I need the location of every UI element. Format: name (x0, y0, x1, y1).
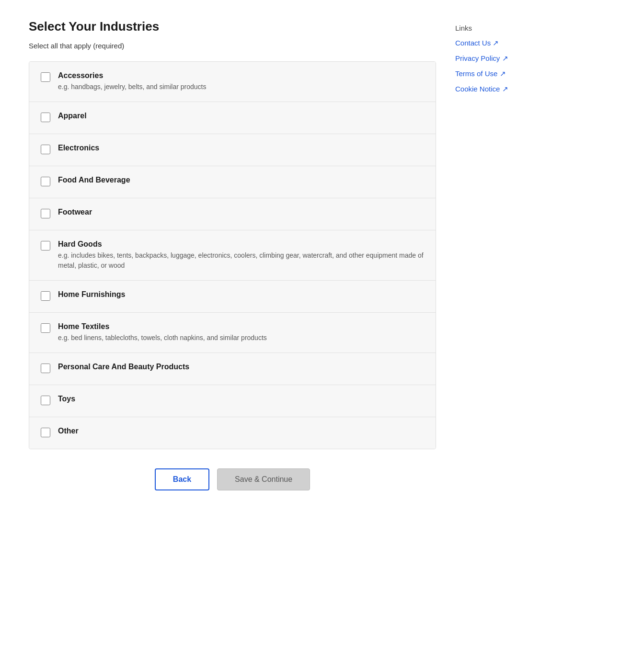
checkbox-home-textiles[interactable] (41, 323, 50, 333)
checkbox-toys[interactable] (41, 396, 50, 405)
checkbox-other[interactable] (41, 428, 50, 437)
industry-name-toys: Toys (58, 395, 75, 403)
industry-name-home-textiles: Home Textiles (58, 322, 267, 331)
industry-item-hard-goods[interactable]: Hard Goodse.g. includes bikes, tents, ba… (29, 230, 436, 281)
checkbox-footwear[interactable] (41, 209, 50, 218)
industry-item-home-furnishings[interactable]: Home Furnishings (29, 281, 436, 313)
save-continue-button[interactable]: Save & Continue (217, 468, 310, 490)
back-button[interactable]: Back (155, 468, 209, 490)
industry-item-other[interactable]: Other (29, 417, 436, 449)
industry-item-food-and-beverage[interactable]: Food And Beverage (29, 166, 436, 198)
main-content: Select Your Industries Select all that a… (29, 19, 436, 505)
sidebar-link[interactable]: Contact Us ↗ (455, 39, 551, 47)
industry-name-footwear: Footwear (58, 208, 92, 216)
checkbox-home-furnishings[interactable] (41, 291, 50, 301)
industry-item-electronics[interactable]: Electronics (29, 134, 436, 166)
industry-name-other: Other (58, 427, 79, 435)
checkbox-accessories[interactable] (41, 72, 50, 82)
industry-name-accessories: Accessories (58, 71, 206, 80)
sidebar-links: Contact Us ↗Privacy Policy ↗Terms of Use… (455, 39, 551, 93)
industry-item-accessories[interactable]: Accessoriese.g. handbags, jewelry, belts… (29, 62, 436, 102)
industry-item-personal-care[interactable]: Personal Care And Beauty Products (29, 353, 436, 385)
industry-name-apparel: Apparel (58, 112, 87, 120)
sidebar-link[interactable]: Cookie Notice ↗ (455, 85, 551, 93)
checkbox-hard-goods[interactable] (41, 241, 50, 250)
sidebar: Links Contact Us ↗Privacy Policy ↗Terms … (455, 19, 551, 505)
industry-name-electronics: Electronics (58, 144, 99, 152)
industry-desc-accessories: e.g. handbags, jewelry, belts, and simil… (58, 82, 206, 92)
page-subtitle: Select all that apply (required) (29, 42, 436, 50)
industry-name-personal-care: Personal Care And Beauty Products (58, 363, 189, 371)
industry-item-toys[interactable]: Toys (29, 385, 436, 417)
industry-item-footwear[interactable]: Footwear (29, 198, 436, 230)
checkbox-apparel[interactable] (41, 113, 50, 122)
industry-name-hard-goods: Hard Goods (58, 240, 424, 249)
industry-item-apparel[interactable]: Apparel (29, 102, 436, 134)
checkbox-personal-care[interactable] (41, 364, 50, 373)
industry-list: Accessoriese.g. handbags, jewelry, belts… (29, 61, 436, 449)
industry-desc-home-textiles: e.g. bed linens, tablecloths, towels, cl… (58, 333, 267, 343)
industry-name-home-furnishings: Home Furnishings (58, 290, 125, 299)
page-title: Select Your Industries (29, 19, 436, 34)
industry-name-food-and-beverage: Food And Beverage (58, 176, 130, 184)
sidebar-link[interactable]: Terms of Use ↗ (455, 69, 551, 78)
industry-desc-hard-goods: e.g. includes bikes, tents, backpacks, l… (58, 250, 424, 271)
links-label: Links (455, 24, 551, 32)
footer-buttons: Back Save & Continue (29, 449, 436, 505)
sidebar-link[interactable]: Privacy Policy ↗ (455, 54, 551, 63)
checkbox-food-and-beverage[interactable] (41, 177, 50, 186)
checkbox-electronics[interactable] (41, 145, 50, 154)
industry-item-home-textiles[interactable]: Home Textilese.g. bed linens, tablecloth… (29, 313, 436, 353)
